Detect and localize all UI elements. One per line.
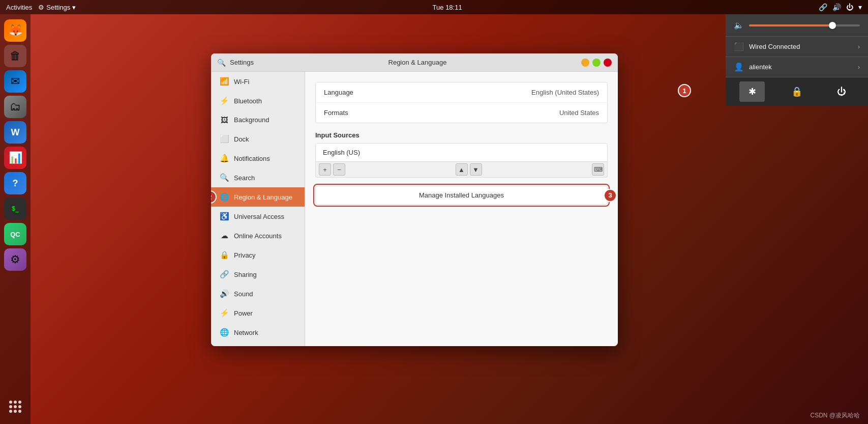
sidebar-item-search[interactable]: 🔍 Search — [211, 168, 305, 187]
gear-icon: ⚙ — [38, 4, 44, 11]
move-up-button[interactable]: ▲ — [456, 163, 468, 176]
dock-item-thunderbird[interactable]: ✉ — [4, 70, 26, 93]
wifi-icon: 📶 — [220, 77, 229, 86]
manage-installed-languages-button[interactable]: Manage Installed Languages — [315, 186, 608, 205]
language-value: English (United States) — [531, 89, 599, 96]
bluetooth-icon: ⚡ — [220, 96, 229, 105]
volume-fill — [749, 24, 832, 26]
settings-titlebar: 🔍 Settings Region & Language — [211, 53, 618, 72]
privacy-icon: 🔒 — [220, 250, 229, 260]
sidebar-label-universal: Universal Access — [234, 213, 284, 220]
dock-item-files[interactable]: 🗂 — [4, 96, 26, 118]
background-icon: 🖼 — [220, 116, 229, 124]
watermark: CSDN @凌风哈哈 — [810, 411, 860, 420]
sidebar-item-sound[interactable]: 🔊 Sound — [211, 284, 305, 303]
sidebar-item-notifications[interactable]: 🔔 Notifications — [211, 149, 305, 168]
sidebar-item-wifi[interactable]: 📶 Wi-Fi — [211, 72, 305, 91]
volume-slider[interactable] — [749, 24, 860, 26]
search-icon[interactable]: 🔍 — [217, 59, 226, 67]
dock-item-qt[interactable]: QC — [4, 223, 26, 245]
sidebar-label-bluetooth: Bluetooth — [234, 97, 262, 105]
input-sources-list: English (US) — [315, 143, 608, 162]
tray-lock-button[interactable]: 🔒 — [784, 81, 810, 102]
minimize-button[interactable] — [581, 59, 589, 67]
sidebar-label-sharing: Sharing — [234, 271, 257, 278]
sidebar-label-search: Search — [234, 174, 255, 182]
close-button[interactable] — [604, 59, 612, 67]
formats-value: United States — [559, 109, 599, 117]
settings-main: Language English (United States) Formats… — [305, 72, 618, 346]
topbar-left: Activities ⚙ Settings ▾ — [6, 4, 76, 11]
formats-row[interactable]: Formats United States — [316, 103, 607, 123]
notifications-icon: 🔔 — [220, 154, 229, 163]
settings-menu-button[interactable]: ⚙ Settings ▾ — [38, 4, 76, 11]
power-icon: ⚡ — [220, 308, 229, 318]
show-all-apps-button[interactable] — [6, 398, 24, 416]
tray-bottom-row: ✱ 🔒 ⏻ — [726, 77, 868, 106]
move-down-button[interactable]: ▼ — [470, 163, 482, 176]
volume-tray-icon[interactable]: 🔊 — [832, 3, 841, 11]
sharing-icon: 🔗 — [220, 270, 229, 279]
user-icon: 👤 — [734, 62, 744, 72]
tray-settings-button[interactable]: ✱ — [739, 81, 765, 102]
dock-item-librewriter[interactable]: W — [4, 121, 26, 144]
sidebar-label-privacy: Privacy — [234, 251, 256, 259]
sidebar-item-dock[interactable]: ⬜ Dock — [211, 129, 305, 149]
input-source-item-english-us[interactable]: English (US) — [316, 144, 607, 161]
sidebar-label-background: Background — [234, 116, 269, 124]
language-row[interactable]: Language English (United States) — [316, 82, 607, 103]
settings-sidebar: 📶 Wi-Fi ⚡ Bluetooth 🖼 Background ⬜ Dock … — [211, 72, 305, 346]
dock-item-settings[interactable]: ⚙ — [4, 248, 26, 271]
sidebar-label-dock: Dock — [234, 135, 249, 143]
keyboard-settings-button[interactable]: ⌨ — [592, 163, 604, 176]
volume-mute-icon[interactable]: 🔈 — [734, 20, 744, 30]
dock-item-trash[interactable]: 🗑 — [4, 45, 26, 67]
dock-icon: ⬜ — [220, 134, 229, 144]
sidebar-item-network[interactable]: 🌐 Network — [211, 323, 305, 342]
tray-network-row[interactable]: ⬛ Wired Connected › — [726, 37, 868, 57]
activities-button[interactable]: Activities — [6, 4, 32, 11]
settings-title: Settings — [230, 59, 254, 66]
tray-user-label: alientek — [749, 63, 772, 71]
sidebar-item-universal[interactable]: ♿ Universal Access — [211, 207, 305, 226]
sidebar-item-background[interactable]: 🖼 Background — [211, 110, 305, 129]
dock-item-terminal[interactable]: $_ — [4, 197, 26, 220]
sidebar-item-power[interactable]: ⚡ Power — [211, 303, 305, 323]
online-icon: ☁ — [220, 231, 229, 240]
input-sources-toolbar: + − ▲ ▼ ⌨ — [315, 162, 608, 178]
dock-item-libreimpress[interactable]: 📊 — [4, 147, 26, 169]
sidebar-item-devices[interactable]: 🖨 Devices › — [211, 342, 305, 346]
sidebar-item-region[interactable]: 🌐 Region & Language 2 — [211, 187, 305, 207]
sidebar-item-sharing[interactable]: 🔗 Sharing — [211, 265, 305, 284]
tray-volume-row: 🔈 — [726, 14, 868, 37]
topbar-right: 🔗 🔊 ⏻ ▾ — [819, 3, 862, 11]
sidebar-item-online[interactable]: ☁ Online Accounts — [211, 226, 305, 245]
language-formats-card: Language English (United States) Formats… — [315, 82, 608, 123]
tray-power-button[interactable]: ⏻ — [829, 81, 854, 102]
sidebar-label-region: Region & Language — [234, 193, 292, 201]
sidebar-item-privacy[interactable]: 🔒 Privacy — [211, 245, 305, 265]
dropdown-tray-icon[interactable]: ▾ — [858, 3, 862, 11]
user-chevron-icon: › — [858, 64, 860, 71]
power-tray-icon[interactable]: ⏻ — [846, 3, 853, 11]
sidebar-item-bluetooth[interactable]: ⚡ Bluetooth — [211, 91, 305, 110]
titlebar-left: 🔍 Settings — [217, 59, 254, 67]
maximize-button[interactable] — [592, 59, 601, 67]
step-badge-2: 2 — [211, 190, 217, 204]
input-sources-section: Input Sources English (US) + − ▲ ▼ ⌨ — [315, 131, 608, 178]
tray-user-row[interactable]: 👤 alientek › — [726, 57, 868, 77]
tray-user-left: 👤 alientek — [734, 62, 772, 72]
step-badge-3: 3 — [604, 189, 617, 202]
region-content: Language English (United States) Formats… — [315, 82, 608, 205]
network-tray-icon[interactable]: 🔗 — [819, 3, 827, 11]
topbar: Activities ⚙ Settings ▾ Tue 18:11 🔗 🔊 ⏻ … — [0, 0, 868, 14]
add-input-source-button[interactable]: + — [319, 163, 331, 176]
dock-item-firefox[interactable]: 🦊 — [4, 19, 26, 42]
language-label: Language — [324, 89, 353, 96]
sidebar-label-wifi: Wi-Fi — [234, 78, 249, 86]
remove-input-source-button[interactable]: − — [333, 163, 345, 176]
dock-item-help[interactable]: ? — [4, 172, 26, 194]
tray-network-left: ⬛ Wired Connected — [734, 42, 800, 51]
wired-network-icon: ⬛ — [734, 42, 744, 51]
step-badge-1-wrapper: 1 — [678, 84, 691, 97]
